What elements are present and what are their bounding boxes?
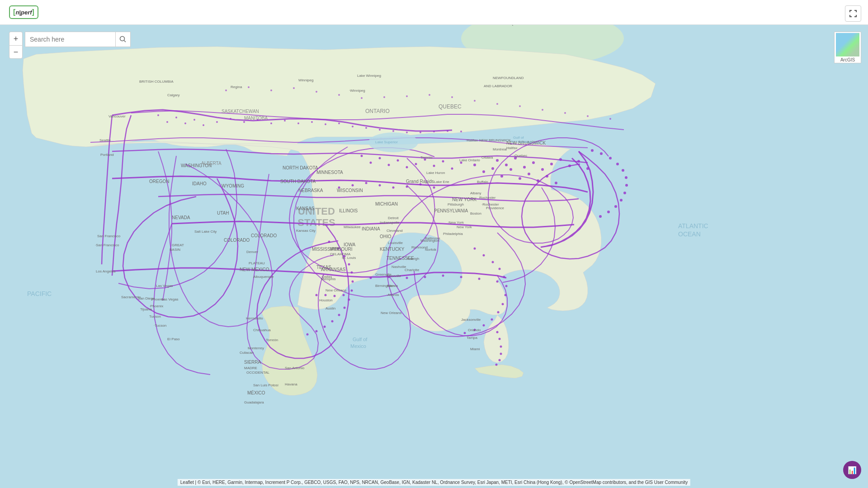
svg-point-109	[623, 192, 626, 194]
svg-point-62	[433, 187, 435, 189]
svg-text:Austin: Austin	[326, 306, 335, 310]
svg-point-78	[325, 294, 327, 296]
svg-point-98	[491, 319, 493, 321]
fullscreen-icon	[849, 9, 857, 18]
svg-text:NEW YORK: NEW YORK	[452, 197, 477, 202]
svg-text:·San Francisco: ·San Francisco	[95, 243, 119, 247]
map-container: [ n|perf ]	[0, 0, 868, 488]
svg-point-28	[550, 163, 553, 165]
svg-point-110	[620, 199, 623, 202]
svg-text:PACIFIC: PACIFIC	[27, 290, 52, 297]
svg-point-106	[622, 169, 624, 172]
svg-point-133	[392, 130, 394, 132]
svg-point-126	[297, 122, 299, 124]
svg-text:Norfolk: Norfolk	[425, 248, 437, 252]
svg-point-72	[338, 314, 340, 316]
svg-text:ATLANTIC: ATLANTIC	[678, 222, 708, 230]
svg-text:·Winnipeg: ·Winnipeg	[349, 89, 365, 93]
svg-text:New Orleans: New Orleans	[326, 288, 346, 292]
svg-point-52	[442, 160, 444, 163]
svg-text:·New York: ·New York	[448, 221, 464, 225]
svg-text:Toronto: Toronto	[420, 155, 433, 160]
svg-text:UTAH: UTAH	[217, 211, 229, 216]
svg-point-105	[616, 163, 619, 165]
svg-text:MISSISSIPPI: MISSISSIPPI	[312, 247, 339, 252]
svg-rect-7	[856, 15, 857, 17]
svg-point-134	[406, 131, 408, 133]
svg-point-116	[175, 117, 177, 118]
svg-point-152	[519, 105, 521, 107]
map-visual[interactable]: ATLANTIC OCEAN PACIFIC Gulf of Mexico UN…	[0, 25, 868, 488]
svg-point-86	[460, 276, 462, 278]
svg-text:Jacksonville: Jacksonville	[461, 318, 481, 322]
svg-point-131	[365, 127, 367, 129]
svg-text:Torreón: Torreón	[266, 338, 278, 342]
svg-text:MANITOBA: MANITOBA	[244, 116, 268, 121]
svg-point-71	[344, 307, 346, 309]
svg-point-298	[120, 37, 125, 41]
svg-text:San Luis Potosí: San Luis Potosí	[253, 383, 279, 387]
svg-text:QUEBEC: QUEBEC	[439, 103, 462, 110]
svg-point-34	[482, 170, 485, 173]
svg-text:Louisville: Louisville	[388, 241, 403, 245]
svg-point-41	[546, 175, 548, 178]
svg-text:Lake Superior: Lake Superior	[375, 140, 398, 144]
svg-text:Charlotte: Charlotte	[405, 268, 420, 272]
svg-text:SIERRA: SIERRA	[244, 360, 261, 365]
svg-point-153	[542, 109, 543, 111]
svg-point-132	[379, 129, 381, 131]
svg-point-155	[587, 115, 589, 117]
svg-point-75	[316, 330, 318, 333]
svg-point-67	[351, 272, 353, 274]
svg-text:Halifax: Halifax	[506, 146, 517, 150]
svg-point-113	[599, 215, 602, 218]
svg-point-37	[509, 168, 512, 171]
svg-point-39	[528, 173, 530, 175]
search-container	[25, 32, 131, 47]
svg-text:PLATEAU: PLATEAU	[249, 261, 265, 265]
svg-point-122	[243, 121, 245, 123]
svg-point-140	[248, 86, 250, 88]
svg-text:Monterrey: Monterrey	[248, 346, 264, 350]
svg-point-40	[537, 179, 539, 182]
svg-text:St. Louis: St. Louis	[342, 256, 356, 260]
svg-text:Baltimore: Baltimore	[425, 236, 440, 240]
svg-text:Havana: Havana	[285, 382, 297, 386]
svg-point-53	[451, 168, 453, 170]
header-bar: [ n|perf ]	[0, 0, 868, 25]
svg-text:BRITISH COLUMBIA: BRITISH COLUMBIA	[139, 80, 174, 84]
svg-text:Rochester: Rochester	[479, 196, 496, 200]
svg-text:Miami: Miami	[470, 347, 480, 351]
svg-point-32	[586, 167, 589, 170]
svg-text:STATES: STATES	[297, 217, 335, 228]
svg-text:ALBERTA: ALBERTA	[201, 161, 222, 166]
svg-line-299	[124, 41, 126, 42]
svg-point-70	[348, 299, 350, 301]
svg-text:Kansas City: Kansas City	[296, 229, 316, 233]
svg-text:Providence: Providence	[486, 206, 505, 210]
svg-point-135	[420, 131, 421, 133]
svg-text:OKLAHOMA: OKLAHOMA	[330, 252, 351, 256]
svg-point-56	[352, 184, 354, 187]
fullscreen-button[interactable]	[845, 5, 861, 22]
svg-text:Vancouver: Vancouver	[108, 114, 126, 118]
svg-point-91	[492, 261, 494, 263]
svg-point-159	[500, 346, 502, 348]
zoom-in-button[interactable]: +	[9, 32, 23, 45]
stats-button[interactable]: 📊	[843, 461, 861, 479]
svg-point-31	[577, 160, 580, 163]
logo-text: n|perf	[15, 9, 32, 16]
svg-text:MADRE: MADRE	[244, 366, 257, 370]
svg-text:BASIN: BASIN	[170, 248, 180, 252]
search-button[interactable]	[115, 32, 131, 47]
svg-point-23	[505, 164, 508, 166]
svg-point-119	[203, 124, 204, 126]
svg-text:Pittsburgh: Pittsburgh	[448, 202, 464, 206]
svg-point-93	[503, 276, 505, 278]
svg-text:Tampa: Tampa	[467, 336, 478, 340]
svg-text:Denver: Denver	[246, 250, 258, 254]
search-input[interactable]	[25, 32, 115, 47]
svg-point-158	[499, 338, 501, 340]
svg-point-76	[307, 333, 309, 336]
zoom-out-button[interactable]: −	[9, 45, 23, 59]
